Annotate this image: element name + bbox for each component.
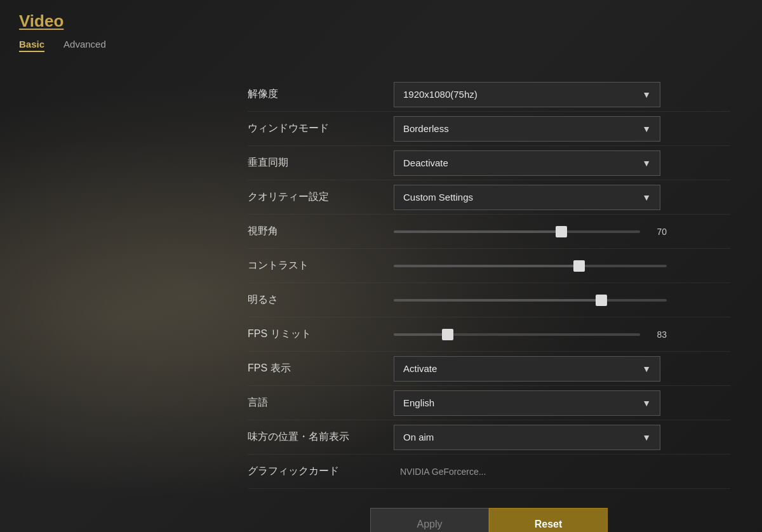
graphics-card-value: NVIDIA GeForcerce...: [400, 467, 486, 477]
slider-fps-limit-track[interactable]: [394, 333, 640, 336]
setting-window-mode: ウィンドウモード Borderless ▼: [248, 112, 730, 146]
button-row: Apply Reset: [248, 508, 730, 532]
setting-resolution: 解像度 1920x1080(75hz) ▼: [248, 77, 730, 112]
dropdown-teammate-display-value: On aim: [403, 432, 434, 442]
settings-panel: 解像度 1920x1080(75hz) ▼ ウィンドウモード Borderles…: [248, 77, 730, 489]
slider-brightness-fill: [394, 299, 601, 302]
chevron-down-icon: ▼: [642, 432, 651, 442]
label-fov: 視野角: [248, 225, 394, 238]
dropdown-teammate-display[interactable]: On aim ▼: [394, 425, 660, 450]
label-brightness: 明るさ: [248, 293, 394, 307]
control-fov: 70: [394, 227, 730, 237]
apply-button[interactable]: Apply: [370, 508, 489, 532]
chevron-down-icon: ▼: [642, 192, 651, 203]
label-teammate-display: 味方の位置・名前表示: [248, 430, 394, 444]
slider-contrast-thumb[interactable]: [573, 260, 585, 272]
setting-fps-display: FPS 表示 Activate ▼: [248, 352, 730, 386]
reset-button[interactable]: Reset: [489, 508, 608, 532]
chevron-down-icon: ▼: [642, 398, 651, 408]
dropdown-resolution-value: 1920x1080(75hz): [403, 89, 478, 100]
slider-fps-limit-fill: [394, 333, 448, 336]
control-quality: Custom Settings ▼: [394, 185, 730, 210]
dropdown-resolution[interactable]: 1920x1080(75hz) ▼: [394, 82, 660, 107]
label-resolution: 解像度: [248, 88, 394, 101]
setting-teammate-display: 味方の位置・名前表示 On aim ▼: [248, 420, 730, 455]
slider-contrast-fill: [394, 265, 579, 267]
page-title: Video: [19, 11, 743, 31]
dropdown-quality[interactable]: Custom Settings ▼: [394, 185, 660, 210]
label-fps-limit: FPS リミット: [248, 328, 394, 341]
dropdown-language-value: English: [403, 397, 434, 408]
label-contrast: コントラスト: [248, 259, 394, 272]
dropdown-fps-display-value: Activate: [403, 363, 437, 374]
dropdown-vsync-value: Deactivate: [403, 157, 448, 168]
setting-fov: 視野角 70: [248, 215, 730, 249]
dropdown-vsync[interactable]: Deactivate ▼: [394, 150, 660, 176]
chevron-down-icon: ▼: [642, 364, 651, 374]
label-language: 言語: [248, 396, 394, 409]
dropdown-window-mode-value: Borderless: [403, 123, 449, 134]
control-window-mode: Borderless ▼: [394, 116, 730, 142]
control-fps-limit: 83: [394, 329, 730, 340]
label-window-mode: ウィンドウモード: [248, 122, 394, 135]
slider-fps-limit-wrapper: 83: [394, 329, 667, 340]
tab-bar: Basic Advanced: [19, 37, 743, 52]
slider-brightness-track[interactable]: [394, 299, 667, 302]
dropdown-fps-display[interactable]: Activate ▼: [394, 356, 660, 382]
dropdown-language[interactable]: English ▼: [394, 390, 660, 416]
control-vsync: Deactivate ▼: [394, 150, 730, 176]
slider-fov-value: 70: [648, 227, 667, 237]
dropdown-quality-value: Custom Settings: [403, 192, 473, 203]
setting-fps-limit: FPS リミット 83: [248, 317, 730, 352]
label-fps-display: FPS 表示: [248, 362, 394, 375]
setting-vsync: 垂直同期 Deactivate ▼: [248, 146, 730, 180]
slider-brightness-wrapper: [394, 299, 667, 302]
label-quality: クオリティー設定: [248, 190, 394, 204]
slider-brightness-thumb[interactable]: [596, 295, 607, 306]
chevron-down-icon: ▼: [642, 158, 651, 168]
slider-fov-track[interactable]: [394, 230, 640, 233]
control-teammate-display: On aim ▼: [394, 425, 730, 450]
setting-quality: クオリティー設定 Custom Settings ▼: [248, 180, 730, 215]
slider-fps-limit-thumb[interactable]: [442, 329, 453, 340]
setting-graphics-card: グラフィックカード NVIDIA GeForcerce...: [248, 455, 730, 489]
chevron-down-icon: ▼: [642, 124, 651, 134]
dropdown-window-mode[interactable]: Borderless ▼: [394, 116, 660, 142]
control-brightness: [394, 299, 730, 302]
slider-contrast-track[interactable]: [394, 265, 667, 267]
tab-advanced[interactable]: Advanced: [64, 37, 106, 52]
slider-contrast-wrapper: [394, 265, 667, 267]
slider-fov-wrapper: 70: [394, 227, 667, 237]
control-language: English ▼: [394, 390, 730, 416]
label-vsync: 垂直同期: [248, 156, 394, 170]
slider-fov-fill: [394, 230, 561, 233]
slider-fps-limit-value: 83: [648, 329, 667, 340]
setting-brightness: 明るさ: [248, 283, 730, 317]
setting-language: 言語 English ▼: [248, 386, 730, 420]
control-fps-display: Activate ▼: [394, 356, 730, 382]
label-graphics-card: グラフィックカード: [248, 465, 394, 478]
control-graphics-card: NVIDIA GeForcerce...: [394, 467, 730, 477]
setting-contrast: コントラスト: [248, 249, 730, 283]
control-contrast: [394, 265, 730, 267]
control-resolution: 1920x1080(75hz) ▼: [394, 82, 730, 107]
chevron-down-icon: ▼: [642, 90, 651, 100]
tab-basic[interactable]: Basic: [19, 37, 44, 52]
slider-fov-thumb[interactable]: [556, 226, 567, 237]
